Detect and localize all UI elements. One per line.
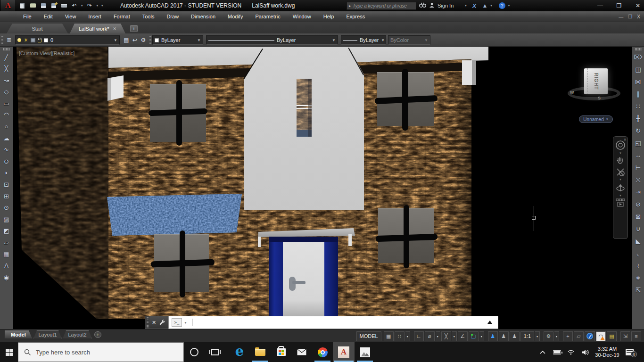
graphics-perf-icon[interactable]: ◠ xyxy=(596,331,606,341)
point-style-icon[interactable]: ◉ xyxy=(1,272,12,282)
annotation-monitor-icon[interactable]: ∠ xyxy=(458,331,468,341)
qat-customize-icon[interactable]: ▾ xyxy=(101,4,103,8)
customization-icon[interactable]: ⚙ xyxy=(544,331,553,341)
search-binoculars-icon[interactable] xyxy=(419,2,426,9)
clean-screen-icon[interactable]: ⇲ xyxy=(620,331,630,341)
toolbar-grip[interactable] xyxy=(149,36,151,44)
help-icon[interactable]: ? xyxy=(499,2,505,9)
status-menu-icon[interactable]: ≡ xyxy=(631,331,641,341)
signin-dropdown-icon[interactable]: ▾ xyxy=(465,4,467,8)
command-prompt-icon[interactable]: >_ xyxy=(172,318,182,327)
polyline-icon[interactable]: ↝ xyxy=(1,75,12,85)
tab-close-icon[interactable]: ✕ xyxy=(113,26,117,31)
compass-west-label[interactable]: W xyxy=(570,90,574,95)
ellipse-icon[interactable]: ⊜ xyxy=(1,156,12,166)
lengthen-icon[interactable]: ⊢ xyxy=(633,163,644,173)
arc-icon[interactable]: ◠ xyxy=(1,110,12,120)
battery-icon[interactable] xyxy=(550,342,564,362)
layer-states-icon[interactable]: ⚙ xyxy=(139,35,148,45)
tab-layout2[interactable]: Layout2 xyxy=(63,330,92,338)
isodraft-dropdown-icon[interactable]: ▾ xyxy=(452,331,457,341)
make-layer-current-icon[interactable]: ▤ xyxy=(122,35,131,45)
zoom-dropdown-icon[interactable]: ▼ xyxy=(619,178,622,181)
orbit-dropdown-icon[interactable]: ▼ xyxy=(619,194,622,197)
ellipse-arc-icon[interactable]: ◗ xyxy=(1,168,12,178)
edge-icon[interactable]: e xyxy=(229,342,250,362)
undo-icon[interactable]: ↶ xyxy=(71,2,78,9)
erase-icon[interactable]: ⌦ xyxy=(633,52,644,62)
layer-properties-icon[interactable]: ≣ xyxy=(5,35,13,45)
tray-expand-icon[interactable] xyxy=(536,342,550,362)
open-file-icon[interactable] xyxy=(29,2,36,9)
construction-line-icon[interactable]: ╳ xyxy=(1,64,12,74)
search-expand-icon[interactable]: ▸ xyxy=(349,4,351,8)
store-icon[interactable] xyxy=(271,342,291,362)
autoscale-icon[interactable]: ♟ xyxy=(499,331,509,341)
tab-model[interactable]: Model xyxy=(5,330,32,338)
linetype-combo[interactable]: ByLayer ▼ xyxy=(206,35,338,45)
offset-icon[interactable]: ∥ xyxy=(633,89,644,99)
mirror-icon[interactable]: ⋈ xyxy=(633,77,644,87)
layout-switch-icon[interactable]: ▱ xyxy=(574,331,584,341)
color-combo[interactable]: ByLayer ▼ xyxy=(152,35,203,45)
osnap-icon[interactable]: ▢ xyxy=(469,331,479,341)
task-view-icon[interactable] xyxy=(205,342,225,362)
command-close-icon[interactable]: ✕ xyxy=(152,320,156,326)
scale-icon[interactable]: ◱ xyxy=(633,138,644,148)
redo-dropdown-icon[interactable]: ▾ xyxy=(97,4,99,8)
command-grip[interactable] xyxy=(145,316,149,329)
sign-in-label[interactable]: Sign In xyxy=(438,3,454,8)
save-as-icon[interactable] xyxy=(50,2,57,9)
minimize-button[interactable]: — xyxy=(597,2,603,9)
line-icon[interactable]: ╱ xyxy=(1,52,12,62)
hardware-accel-icon[interactable] xyxy=(585,331,595,341)
undo-dropdown-icon[interactable]: ▾ xyxy=(81,4,83,8)
add-layout-button[interactable]: + xyxy=(94,331,101,338)
move-icon[interactable]: ╋ xyxy=(633,114,644,123)
polar-dropdown-icon[interactable]: ▾ xyxy=(436,331,440,341)
lengthen2-icon[interactable]: ⇱ xyxy=(633,285,644,295)
new-file-icon[interactable] xyxy=(19,2,26,9)
ortho-icon[interactable]: ∟ xyxy=(414,331,424,341)
array-icon[interactable]: ∷ xyxy=(633,101,644,111)
spline-icon[interactable]: ∿ xyxy=(1,145,12,155)
annotation-visibility-icon[interactable]: ♟ xyxy=(488,331,498,341)
command-input[interactable]: >_ ▼ xyxy=(168,316,498,329)
make-block-icon[interactable]: ⊞ xyxy=(1,191,12,201)
cortana-icon[interactable] xyxy=(184,342,205,362)
taskbar-search-input[interactable]: Type here to search xyxy=(18,342,184,362)
chamfer-icon[interactable]: ◣ xyxy=(633,236,644,246)
autodesk-exchange-icon[interactable]: X xyxy=(472,2,477,9)
showmotion-icon[interactable] xyxy=(615,198,626,207)
plot-icon[interactable] xyxy=(60,2,67,9)
insert-block-icon[interactable]: ⊡ xyxy=(1,180,12,189)
annotation-scale-icon[interactable]: ♟ xyxy=(510,331,520,341)
restore-button[interactable]: ❐ xyxy=(616,2,622,9)
rotate-icon[interactable]: ↻ xyxy=(633,126,644,136)
mdi-close-button[interactable]: X xyxy=(637,14,640,19)
gradient-icon[interactable]: ◩ xyxy=(1,226,12,236)
close-button[interactable]: ✕ xyxy=(635,2,641,9)
command-history-icon[interactable] xyxy=(487,321,492,324)
viewport-view-label[interactable]: [Custom View][Realistic] xyxy=(19,50,74,56)
autocad-taskbar-icon[interactable]: A xyxy=(333,342,355,362)
stretch-icon[interactable]: ↔ xyxy=(633,150,644,160)
model-space-button[interactable]: MODEL xyxy=(356,331,381,341)
blend-icon[interactable]: ≀ xyxy=(633,261,644,271)
trusted-dwg-icon[interactable]: ▤ xyxy=(607,331,617,341)
toolbar-grip[interactable] xyxy=(3,48,10,50)
break-at-point-icon[interactable]: ⊘ xyxy=(633,199,644,209)
autodesk360-icon[interactable]: ▲ xyxy=(482,2,487,9)
break-icon[interactable]: ⊠ xyxy=(633,212,644,222)
command-recent-dropdown-icon[interactable]: ▼ xyxy=(184,321,187,324)
new-drawing-tab-button[interactable]: + xyxy=(130,25,138,32)
save-icon[interactable] xyxy=(40,2,47,9)
rectangle-icon[interactable]: ▭ xyxy=(1,99,12,108)
photos-icon[interactable] xyxy=(355,342,375,362)
mtext-icon[interactable]: A xyxy=(1,261,12,271)
help-dropdown-icon[interactable]: ▾ xyxy=(508,4,510,8)
tab-layout1[interactable]: Layout1 xyxy=(33,330,62,338)
trim-icon[interactable]: ⤬ xyxy=(633,175,644,185)
layer-previous-icon[interactable]: ↩ xyxy=(131,35,139,45)
mail-icon[interactable] xyxy=(291,342,312,362)
